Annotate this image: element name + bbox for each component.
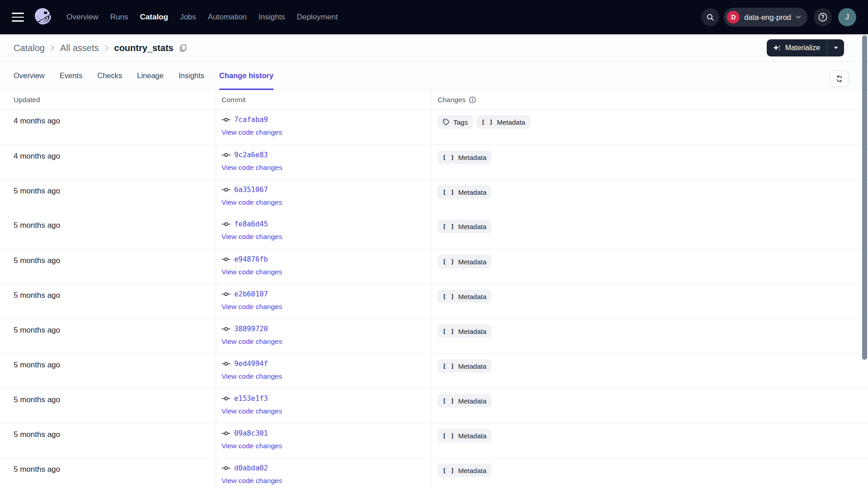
change-badge-metadata: [ ] Metadata xyxy=(438,464,491,477)
tab-events[interactable]: Events xyxy=(60,62,82,90)
badge-label: Metadata xyxy=(458,328,486,335)
view-code-changes-link[interactable]: View code changes xyxy=(222,338,282,346)
badge-label: Metadata xyxy=(458,258,486,266)
dagster-logo-icon[interactable] xyxy=(32,6,54,28)
info-icon[interactable] xyxy=(469,96,476,103)
commit-hash-link[interactable]: fe8a6d45 xyxy=(234,220,268,228)
brackets-icon: [ ] xyxy=(443,467,454,474)
commit-hash-link[interactable]: e2b60107 xyxy=(234,290,268,298)
tab-lineage[interactable]: Lineage xyxy=(137,62,164,90)
table-rows: 4 months ago 7cafaba9 View code changes … xyxy=(0,110,868,488)
change-badge-metadata: [ ] Metadata xyxy=(438,290,491,303)
brackets-icon: [ ] xyxy=(443,432,454,439)
refresh-button[interactable] xyxy=(830,70,849,87)
badge-label: Metadata xyxy=(458,223,486,230)
nav-item-runs[interactable]: Runs xyxy=(110,13,128,22)
view-code-changes-link[interactable]: View code changes xyxy=(222,233,282,241)
user-avatar[interactable]: J xyxy=(838,8,856,26)
nav-item-catalog[interactable]: Catalog xyxy=(140,13,168,22)
commit-hash-link[interactable]: 09a8c301 xyxy=(234,429,268,437)
badge-label: Metadata xyxy=(458,362,486,370)
materialize-dropdown-button[interactable] xyxy=(827,39,844,56)
table-row: 5 months ago e94876fb View code changes … xyxy=(0,249,868,284)
badge-label: Metadata xyxy=(497,118,525,126)
materialize-button[interactable]: Materialize xyxy=(767,39,827,56)
commit-icon xyxy=(222,327,231,331)
change-badge-metadata: [ ] Metadata xyxy=(438,429,491,442)
commit-cell: 38899720 View code changes xyxy=(216,319,431,353)
changes-cell: [ ] Metadata xyxy=(431,389,868,423)
vertical-scrollbar[interactable] xyxy=(862,35,867,360)
commit-icon xyxy=(222,361,231,366)
view-code-changes-link[interactable]: View code changes xyxy=(222,442,282,450)
nav-item-jobs[interactable]: Jobs xyxy=(180,13,196,22)
changes-cell: [ ] Metadata xyxy=(431,180,868,214)
nav-item-deployment[interactable]: Deployment xyxy=(297,13,338,22)
commit-cell: 9c2a6e83 View code changes xyxy=(216,145,431,179)
breadcrumb-all-assets[interactable]: All assets xyxy=(60,43,99,53)
help-button[interactable]: ? xyxy=(814,8,832,26)
updated-cell: 5 months ago xyxy=(0,354,216,388)
commit-hash-link[interactable]: 7cafaba9 xyxy=(234,116,268,124)
view-code-changes-link[interactable]: View code changes xyxy=(222,477,282,485)
commit-hash-link[interactable]: 9c2a6e83 xyxy=(234,151,268,159)
view-code-changes-link[interactable]: View code changes xyxy=(222,128,282,136)
nav-item-overview[interactable]: Overview xyxy=(66,13,99,22)
change-badge-metadata: [ ] Metadata xyxy=(438,220,491,233)
tab-change-history[interactable]: Change history xyxy=(219,62,274,90)
tab-checks[interactable]: Checks xyxy=(97,62,122,90)
commit-cell: e94876fb View code changes xyxy=(216,249,431,284)
nav-item-insights[interactable]: Insights xyxy=(259,13,285,22)
commit-hash-link[interactable]: 38899720 xyxy=(234,325,268,333)
commit-cell: 6a351067 View code changes xyxy=(216,180,431,214)
workspace-name: data-eng-prod xyxy=(744,13,791,22)
workspace-badge: D xyxy=(727,11,740,23)
view-code-changes-link[interactable]: View code changes xyxy=(222,372,282,380)
commit-hash-link[interactable]: 9ed4994f xyxy=(234,360,268,368)
changes-header-label: Changes xyxy=(438,96,466,104)
asset-change-history-page: Overview Runs Catalog Jobs Automation In… xyxy=(0,0,868,488)
view-code-changes-link[interactable]: View code changes xyxy=(222,164,282,172)
commit-hash-link[interactable]: 6a351067 xyxy=(234,186,268,194)
change-badge-metadata: [ ] Metadata xyxy=(476,115,530,129)
materialize-label: Materialize xyxy=(785,44,820,52)
badge-label: Metadata xyxy=(458,293,486,300)
breadcrumb-chevron-icon xyxy=(105,45,108,51)
workspace-switcher[interactable]: D data-eng-prod xyxy=(724,8,807,27)
commit-icon xyxy=(222,396,231,401)
tab-insights[interactable]: Insights xyxy=(179,62,204,90)
change-badge-metadata: [ ] Metadata xyxy=(438,185,491,199)
column-divider xyxy=(216,90,216,488)
breadcrumb-catalog[interactable]: Catalog xyxy=(14,43,45,53)
view-code-changes-link[interactable]: View code changes xyxy=(222,268,282,276)
changes-cell: [ ] Metadata xyxy=(431,423,868,458)
change-badge-metadata: [ ] Metadata xyxy=(438,255,491,268)
updated-cell: 4 months ago xyxy=(0,145,216,179)
search-button[interactable] xyxy=(701,8,719,26)
brackets-icon: [ ] xyxy=(443,363,454,370)
copy-asset-name-button[interactable] xyxy=(179,44,187,52)
change-badge-tags: Tags xyxy=(438,115,473,129)
brackets-icon: [ ] xyxy=(443,398,454,404)
commit-hash-link[interactable]: e153e1f3 xyxy=(234,394,268,403)
change-badge-metadata: [ ] Metadata xyxy=(438,394,491,408)
menu-icon[interactable] xyxy=(12,13,24,22)
navbar-right: D data-eng-prod ? J xyxy=(701,8,868,27)
commit-icon xyxy=(222,466,231,470)
commit-hash-link[interactable]: e94876fb xyxy=(234,255,268,263)
brackets-icon: [ ] xyxy=(443,258,454,265)
changes-cell: [ ] Metadata xyxy=(431,249,868,284)
commit-hash-link[interactable]: d0abda02 xyxy=(234,464,268,472)
table-row: 5 months ago e2b60107 View code changes … xyxy=(0,284,868,319)
nav-item-automation[interactable]: Automation xyxy=(208,13,247,22)
brackets-icon: [ ] xyxy=(443,328,454,335)
view-code-changes-link[interactable]: View code changes xyxy=(222,407,282,415)
asset-tabs: Overview Events Checks Lineage Insights … xyxy=(0,62,868,90)
column-divider xyxy=(431,90,432,488)
tab-overview[interactable]: Overview xyxy=(14,62,45,90)
commit-icon xyxy=(222,222,231,226)
commit-icon xyxy=(222,153,231,157)
view-code-changes-link[interactable]: View code changes xyxy=(222,198,282,206)
updated-cell: 5 months ago xyxy=(0,249,216,284)
view-code-changes-link[interactable]: View code changes xyxy=(222,303,282,311)
